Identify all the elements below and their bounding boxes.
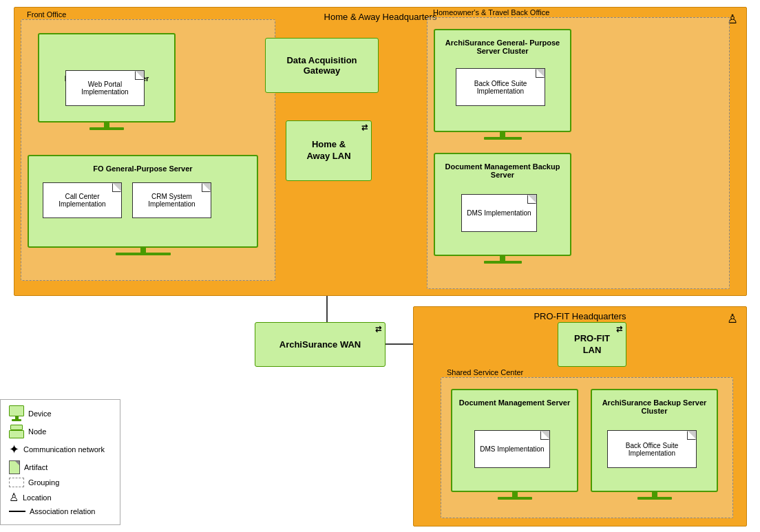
doc-mgmt-server-screen: Document Management Server DMS Implement…: [451, 389, 578, 492]
fo-general-purpose-device: FO General-Purpose Server Call Center Im…: [28, 155, 258, 255]
fo-general-purpose-label: FO General-Purpose Server: [29, 160, 257, 175]
legend-artifact: Artifact: [9, 460, 112, 474]
legend-device: Device: [9, 405, 112, 421]
legend-association-label: Association relation: [30, 507, 95, 515]
archisurance-general-stand: [500, 132, 505, 137]
home-away-lan-icon: ⇄: [361, 123, 368, 132]
front-office-label: Front Office: [27, 10, 66, 19]
archisurance-backup-label: ArchiSurance Backup Server Cluster: [592, 394, 717, 418]
archisurance-wan-icon: ⇄: [375, 325, 381, 334]
hob-back-office-label: Homeowner's & Travel Back Office: [433, 8, 549, 17]
doc-mgmt-server-foot: [498, 497, 532, 500]
dag-node: Data Acquisition Gateway: [265, 38, 379, 93]
profit-hq-label: PRO-FIT Headquarters: [534, 311, 626, 321]
archisurance-wan: ArchiSurance WAN ⇄: [255, 322, 386, 367]
archisurance-backup-stand: [652, 492, 657, 497]
doc-mgmt-server-label: Document Management Server: [452, 394, 577, 409]
legend-device-label: Device: [28, 409, 52, 418]
fo-web-hosting-device: FO Web Hosting Server Web Portal Impleme…: [38, 33, 176, 130]
doc-mgmt-server-device: Document Management Server DMS Implement…: [451, 389, 578, 500]
fo-general-purpose-screen: FO General-Purpose Server Call Center Im…: [28, 155, 258, 248]
legend-location: ♙ Location: [9, 491, 112, 504]
diagram-container: Home & Away Headquarters ♙ PRO-FIT Headq…: [0, 0, 760, 532]
archisurance-backup-device: ArchiSurance Backup Server Cluster Back …: [591, 389, 718, 500]
archisurance-backup-screen: ArchiSurance Backup Server Cluster Back …: [591, 389, 718, 492]
fo-web-hosting-foot: [89, 127, 124, 130]
archisurance-general-screen: ArchiSurance General- Purpose Server Clu…: [434, 29, 571, 132]
home-away-lan-label: Home & Away LAN: [306, 139, 350, 162]
profit-lan: PRO-FIT LAN ⇄: [558, 322, 626, 367]
legend-location-label: Location: [23, 493, 52, 502]
legend-node-label: Node: [28, 427, 46, 436]
legend-assoc-line: [9, 511, 25, 512]
doc-mgmt-backup-device: Document Management Backup Server DMS Im…: [434, 153, 571, 264]
crm-system-artifact: CRM System Implementation: [132, 182, 211, 218]
archisurance-general-device: ArchiSurance General- Purpose Server Clu…: [434, 29, 571, 140]
profit-lan-label: PRO-FIT LAN: [574, 333, 610, 357]
legend: Device Node ✦ Communication network Arti…: [0, 399, 120, 525]
doc-mgmt-backup-label: Document Management Backup Server: [435, 158, 570, 182]
legend-location-icon: ♙: [9, 491, 19, 504]
web-portal-artifact: Web Portal Implementation: [65, 70, 145, 106]
fo-web-hosting-stand: [104, 123, 109, 127]
legend-artifact-label: Artifact: [24, 463, 48, 471]
call-center-artifact: Call Center Implementation: [43, 182, 122, 218]
doc-mgmt-server-stand: [512, 492, 518, 497]
doc-mgmt-backup-stand: [500, 256, 505, 261]
shared-service-label: Shared Service Center: [447, 368, 523, 376]
fo-web-hosting-screen: FO Web Hosting Server Web Portal Impleme…: [38, 33, 176, 123]
profit-lan-icon: ⇄: [616, 325, 622, 334]
legend-comm-icon: ✦: [9, 442, 19, 457]
fo-general-purpose-stand: [140, 248, 146, 253]
back-office-suite-artifact: Back Office Suite Implementation: [456, 68, 545, 106]
legend-grouping: Grouping: [9, 478, 112, 487]
archisurance-wan-label: ArchiSurance WAN: [279, 339, 361, 350]
fo-general-purpose-foot: [116, 253, 171, 255]
legend-association: Association relation: [9, 507, 112, 515]
legend-comm: ✦ Communication network: [9, 442, 112, 457]
legend-node: Node: [9, 425, 112, 438]
archisurance-general-label: ArchiSurance General- Purpose Server Clu…: [435, 34, 570, 58]
legend-comm-label: Communication network: [23, 445, 105, 454]
archisurance-backup-foot: [637, 497, 672, 500]
back-office-suite-2-artifact: Back Office Suite Implementation: [607, 430, 697, 468]
legend-grouping-label: Grouping: [28, 478, 59, 487]
archisurance-general-foot: [484, 137, 522, 140]
dms-impl-2-artifact: DMS Implementation: [474, 430, 550, 468]
doc-mgmt-backup-screen: Document Management Backup Server DMS Im…: [434, 153, 571, 256]
dag-label: Data Acquisition Gateway: [286, 55, 357, 76]
home-away-hq-label: Home & Away Headquarters: [324, 12, 437, 22]
doc-mgmt-backup-foot: [484, 261, 522, 264]
dms-impl-1-artifact: DMS Implementation: [461, 194, 537, 232]
home-away-lan: Home & Away LAN ⇄: [286, 120, 372, 181]
legend-grouping-icon: [9, 478, 24, 487]
profit-location-icon: ♙: [727, 311, 738, 326]
